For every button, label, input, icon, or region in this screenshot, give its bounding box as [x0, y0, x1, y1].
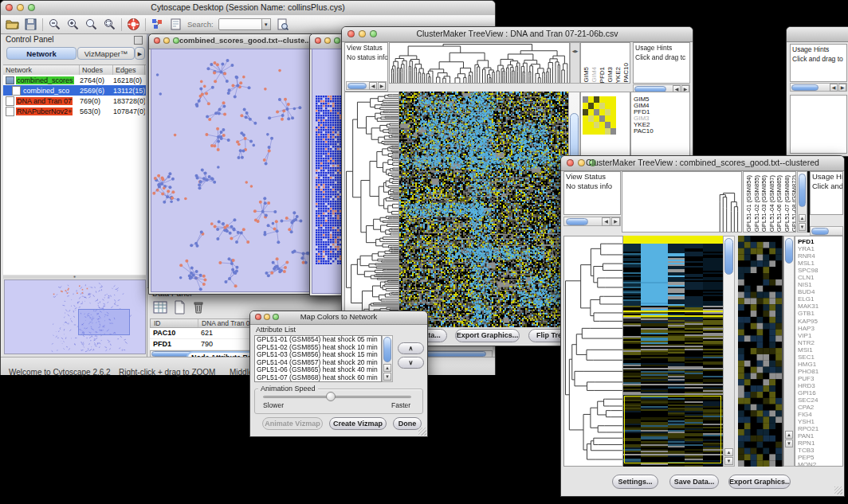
help-icon[interactable]	[127, 18, 140, 31]
scroll-left-icon[interactable]: ◀	[830, 84, 838, 92]
animation-speed-slider-thumb[interactable]	[326, 392, 336, 401]
scroll-down-icon[interactable]: ▼	[785, 440, 793, 447]
treeview3-title-bar[interactable]	[787, 27, 848, 42]
treeview2-zoom-vscrollbar[interactable]: ▲ ▼	[783, 236, 795, 467]
scroll-down-icon[interactable]: ▼	[724, 457, 733, 465]
move-down-button[interactable]: ∨	[398, 357, 424, 369]
column-label: GPL51-02 (GSM855)	[754, 175, 760, 232]
attribute-list-item[interactable]: GPL51-07 (GSM868) heat shock 60 min	[255, 374, 381, 382]
treeview2-gene-list: PFD1YRA1RNR4MSL1SPC98CLN1NIS1BUD4ELG1MAK…	[795, 236, 843, 467]
birdseye-canvas[interactable]	[5, 280, 145, 354]
treeview2-uh-hscrollbar[interactable]	[810, 226, 843, 236]
map-colors-dialog: Map Colors to Network Attribute List GPL…	[249, 311, 428, 437]
resize-grip[interactable]	[418, 428, 426, 436]
delete-attribute-icon[interactable]	[190, 299, 206, 315]
resize-grip[interactable]	[834, 486, 842, 494]
panel-divider[interactable]: ⁕	[3, 275, 146, 279]
column-label: YKE2	[614, 67, 622, 83]
treeview2-title-bar[interactable]: ClusterMaker TreeView : combined_scores_…	[561, 156, 844, 171]
view-status-message: No status info	[564, 182, 620, 191]
tab-vizmapper[interactable]: VizMapper™	[77, 47, 135, 60]
network-list-row[interactable]: RNAPuberNov2+ 563(0) 107847(0)	[3, 106, 146, 116]
treeview2-row-dendrogram[interactable]	[563, 236, 623, 467]
zoom-fit-icon[interactable]	[84, 18, 98, 31]
save-data-button[interactable]: Save Data...	[669, 475, 719, 489]
slider-max-label: Faster	[391, 401, 410, 409]
attribute-browser-icon[interactable]	[151, 18, 164, 31]
scroll-up-icon[interactable]: ▲	[799, 214, 806, 222]
scroll-left-icon[interactable]: ◀	[602, 217, 610, 226]
gene-label: PAC10	[634, 128, 654, 135]
view-status-hscrollbar[interactable]: ◀ ▶	[346, 81, 387, 90]
zoom-in-icon[interactable]	[66, 18, 80, 31]
network-grid-canvas[interactable]	[316, 96, 343, 264]
save-session-icon[interactable]	[24, 18, 37, 31]
scroll-right-icon[interactable]: ▶	[838, 84, 846, 92]
network-list-row[interactable]: combined_scores 2764(0) 16218(0)	[3, 75, 146, 85]
dialog-title-bar[interactable]: Map Colors to Network	[250, 311, 427, 325]
zoom-selected-icon[interactable]	[103, 18, 116, 31]
gene-label: BUD4	[798, 288, 819, 295]
move-up-button[interactable]: ∧	[398, 342, 424, 354]
filter-icon[interactable]	[276, 18, 289, 31]
scroll-up-icon[interactable]: ▲	[724, 448, 733, 456]
scroll-up-icon[interactable]: ▲	[785, 431, 793, 439]
attribute-listbox[interactable]: GPL51-01 (GSM854) heat shock 05 minGPL51…	[254, 335, 382, 382]
new-attribute-icon[interactable]	[171, 299, 187, 315]
tab-network[interactable]: Network	[6, 47, 77, 60]
minimize-button[interactable]	[324, 37, 331, 44]
tab-overflow-arrow[interactable]: ▶	[135, 47, 145, 60]
search-dropdown-arrow[interactable]: ▼	[261, 18, 271, 30]
settings-button[interactable]: Settings...	[612, 475, 658, 489]
scroll-right-icon[interactable]: ▶	[611, 217, 620, 226]
treeview2-labels-vscrollbar[interactable]: ▲ ▼	[797, 171, 807, 232]
treeview1-heatmap[interactable]	[399, 92, 568, 327]
status-hint-zoom: Right-click + drag to ZOOM	[119, 368, 215, 377]
animation-speed-slider-track[interactable]	[263, 396, 411, 398]
birdseye-view[interactable]	[4, 279, 146, 354]
treeview2-column-dendrogram[interactable]	[622, 171, 742, 232]
treeview2-vs-hscrollbar[interactable]: ◀ ▶	[563, 217, 621, 226]
usage-hints-message: Click and	[811, 182, 842, 191]
float-panel-icon[interactable]	[134, 36, 143, 45]
treeview2-vscrollbar[interactable]: ▲ ▼	[723, 236, 735, 467]
close-button[interactable]	[315, 37, 321, 44]
treeview1-row-dendrogram[interactable]	[344, 92, 399, 327]
treeview2-heatmap[interactable]	[623, 236, 723, 467]
status-welcome: Welcome to Cytoscape 2.6.2	[9, 368, 111, 377]
treeview1-column-dendrogram[interactable]	[389, 42, 570, 84]
search-input[interactable]	[218, 18, 263, 30]
gene-label: PHO81	[798, 368, 819, 375]
scroll-right-icon[interactable]: ▶	[378, 82, 386, 90]
treeview2-zoom-heatmap[interactable]	[738, 236, 782, 467]
scroll-left-icon[interactable]: ◀	[369, 82, 377, 90]
scroll-down-icon[interactable]: ▼	[799, 223, 806, 231]
scroll-down-icon[interactable]: ▼	[383, 373, 391, 381]
done-button[interactable]: Done	[393, 417, 422, 430]
export-graphics-button[interactable]: Export Graphics...	[728, 475, 791, 489]
column-label: PAC10	[622, 63, 630, 83]
animate-vizmap-button[interactable]: Animate Vizmap	[262, 417, 323, 430]
network-list-row[interactable]: DNA and Tran 07 769(0) 183728(0)	[3, 96, 146, 106]
treeview3-hscrollbar[interactable]: ◀ ▶	[790, 83, 847, 92]
gene-label: MSL1	[798, 260, 819, 267]
create-vizmap-button[interactable]: Create Vizmap	[329, 417, 387, 430]
treeview2-button-bar: Settings... Save Data... Export Graphics…	[562, 467, 843, 495]
column-label: GIM3	[607, 67, 614, 83]
animation-speed-label: Animation Speed	[258, 385, 318, 393]
open-session-icon[interactable]	[6, 18, 19, 31]
zoom-out-icon[interactable]	[48, 18, 61, 31]
main-title-bar[interactable]: Cytoscape Desktop (Session Name: collins…	[1, 1, 495, 16]
usage-hints-message: Click and drag to	[791, 54, 846, 64]
network-list-row[interactable]: combined_sco 2569(6) 13112(15)	[3, 85, 146, 96]
export-graphics-button[interactable]: Export Graphics...	[455, 329, 520, 342]
treeview2-column-labels: GPL51-01 (GSM854)GPL51-02 (GSM855)GPL51-…	[743, 171, 796, 232]
attribute-table-icon[interactable]	[152, 299, 168, 315]
similarity-matrix-canvas[interactable]	[583, 96, 616, 135]
scroll-up-icon[interactable]: ▲	[383, 364, 391, 372]
attribute-list-vscrollbar[interactable]: ▲ ▼	[382, 335, 393, 382]
zoom-button[interactable]	[334, 37, 340, 44]
annotation-icon[interactable]	[169, 18, 183, 31]
column-scroll-strip[interactable]: ◀▶	[570, 42, 580, 84]
treeview1-title-bar[interactable]: ClusterMaker TreeView : DNA and Tran 07-…	[342, 27, 693, 42]
